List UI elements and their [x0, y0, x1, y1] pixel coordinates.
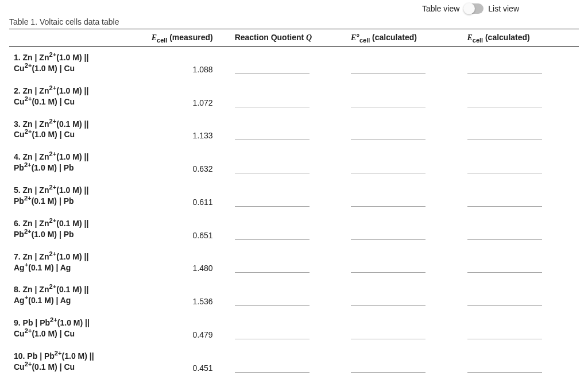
blank-line [235, 107, 310, 107]
measured-value: 1.072 [137, 80, 230, 113]
q-blank[interactable] [230, 212, 346, 246]
blank-line [467, 206, 542, 207]
blank-line [235, 140, 310, 140]
ecalc-blank[interactable] [463, 345, 579, 378]
measured-value: 1.088 [137, 47, 230, 80]
ecalc-blank[interactable] [463, 47, 579, 80]
table-row: 4. Zn | Zn2+(1.0 M) ||Pb2+(1.0 M) | Pb0.… [9, 146, 579, 179]
table-caption: Table 1. Voltaic cells data table [9, 14, 579, 29]
voltaic-cells-table: Ecell (measured) Reaction Quotient Q E°c… [9, 29, 579, 378]
measured-value: 1.480 [137, 246, 230, 279]
ecalc-blank[interactable] [463, 80, 579, 113]
blank-line [235, 206, 310, 207]
list-view-label: List view [488, 4, 519, 13]
blank-line [351, 239, 425, 240]
q-blank[interactable] [230, 80, 346, 113]
row-label: 4. Zn | Zn2+(1.0 M) ||Pb2+(1.0 M) | Pb [9, 146, 137, 179]
blank-line [467, 272, 542, 273]
ecalc-blank[interactable] [463, 246, 579, 279]
e0calc-blank[interactable] [346, 312, 462, 345]
blank-line [235, 305, 310, 306]
blank-line [351, 339, 425, 339]
ecalc-blank[interactable] [463, 312, 579, 345]
th-e0-calculated: E°cell (calculated) [346, 29, 462, 47]
ecalc-blank[interactable] [463, 212, 579, 246]
blank-line [235, 372, 310, 373]
ecalc-blank[interactable] [463, 113, 579, 146]
row-label: 3. Zn | Zn2+(0.1 M) ||Cu2+(1.0 M) | Cu [9, 113, 137, 146]
blank-line [351, 73, 425, 74]
th-e-calculated: Ecell (calculated) [463, 29, 579, 47]
table-row: 7. Zn | Zn2+(1.0 M) ||Ag+(0.1 M) | Ag1.4… [9, 246, 579, 279]
blank-line [467, 173, 542, 173]
table-header-row: Ecell (measured) Reaction Quotient Q E°c… [9, 29, 579, 47]
q-blank[interactable] [230, 246, 346, 279]
e0calc-blank[interactable] [346, 80, 462, 113]
e0calc-blank[interactable] [346, 246, 462, 279]
row-label: 5. Zn | Zn2+(1.0 M) ||Pb2+(0.1 M) | Pb [9, 179, 137, 212]
blank-line [235, 272, 310, 273]
row-label: 9. Pb | Pb2+(1.0 M) ||Cu2+(1.0 M) | Cu [9, 312, 137, 345]
blank-line [467, 140, 542, 140]
blank-line [235, 173, 310, 173]
measured-value: 1.133 [137, 113, 230, 146]
table-row: 3. Zn | Zn2+(0.1 M) ||Cu2+(1.0 M) | Cu1.… [9, 113, 579, 146]
table-row: 8. Zn | Zn2+(0.1 M) ||Ag+(0.1 M) | Ag1.5… [9, 278, 579, 312]
th-measured: Ecell (measured) [137, 29, 230, 47]
measured-value: 0.651 [137, 212, 230, 246]
table-row: 10. Pb | Pb2+(1.0 M) ||Cu2+(0.1 M) | Cu0… [9, 345, 579, 378]
table-row: 6. Zn | Zn2+(0.1 M) ||Pb2+(1.0 M) | Pb0.… [9, 212, 579, 246]
view-switch: Table view List view [0, 0, 588, 14]
row-label: 10. Pb | Pb2+(1.0 M) ||Cu2+(0.1 M) | Cu [9, 345, 137, 378]
e0calc-blank[interactable] [346, 278, 462, 312]
ecalc-blank[interactable] [463, 179, 579, 212]
row-label: 6. Zn | Zn2+(0.1 M) ||Pb2+(1.0 M) | Pb [9, 212, 137, 246]
q-blank[interactable] [230, 179, 346, 212]
blank-line [235, 239, 310, 240]
e0calc-blank[interactable] [346, 345, 462, 378]
table-row: 2. Zn | Zn2+(1.0 M) ||Cu2+(0.1 M) | Cu1.… [9, 80, 579, 113]
e0calc-blank[interactable] [346, 146, 462, 179]
e0calc-blank[interactable] [346, 113, 462, 146]
th-reaction-quotient: Reaction Quotient Q [230, 29, 346, 47]
row-label: 1. Zn | Zn2+(1.0 M) ||Cu2+(1.0 M) | Cu [9, 47, 137, 80]
q-blank[interactable] [230, 146, 346, 179]
table-row: 1. Zn | Zn2+(1.0 M) ||Cu2+(1.0 M) | Cu1.… [9, 47, 579, 80]
measured-value: 0.632 [137, 146, 230, 179]
blank-line [351, 272, 425, 273]
blank-line [235, 73, 310, 74]
q-blank[interactable] [230, 312, 346, 345]
view-toggle[interactable] [464, 3, 483, 14]
measured-value: 0.479 [137, 312, 230, 345]
e0calc-blank[interactable] [346, 212, 462, 246]
blank-line [351, 173, 425, 173]
blank-line [467, 372, 542, 373]
q-blank[interactable] [230, 47, 346, 80]
ecalc-blank[interactable] [463, 146, 579, 179]
q-blank[interactable] [230, 345, 346, 378]
blank-line [235, 339, 310, 339]
blank-line [467, 107, 542, 107]
toggle-knob [463, 3, 475, 14]
blank-line [351, 107, 425, 107]
e0calc-blank[interactable] [346, 179, 462, 212]
ecalc-blank[interactable] [463, 278, 579, 312]
blank-line [467, 339, 542, 339]
table-view-label: Table view [422, 4, 459, 13]
table-row: 9. Pb | Pb2+(1.0 M) ||Cu2+(1.0 M) | Cu0.… [9, 312, 579, 345]
row-label: 8. Zn | Zn2+(0.1 M) ||Ag+(0.1 M) | Ag [9, 278, 137, 312]
blank-line [467, 239, 542, 240]
e0calc-blank[interactable] [346, 47, 462, 80]
q-blank[interactable] [230, 113, 346, 146]
blank-line [467, 305, 542, 306]
blank-line [351, 305, 425, 306]
row-label: 7. Zn | Zn2+(1.0 M) ||Ag+(0.1 M) | Ag [9, 246, 137, 279]
measured-value: 1.536 [137, 278, 230, 312]
row-label: 2. Zn | Zn2+(1.0 M) ||Cu2+(0.1 M) | Cu [9, 80, 137, 113]
q-blank[interactable] [230, 278, 346, 312]
blank-line [467, 73, 542, 74]
measured-value: 0.611 [137, 179, 230, 212]
measured-value: 0.451 [137, 345, 230, 378]
th-blank [9, 29, 137, 47]
table-row: 5. Zn | Zn2+(1.0 M) ||Pb2+(0.1 M) | Pb0.… [9, 179, 579, 212]
